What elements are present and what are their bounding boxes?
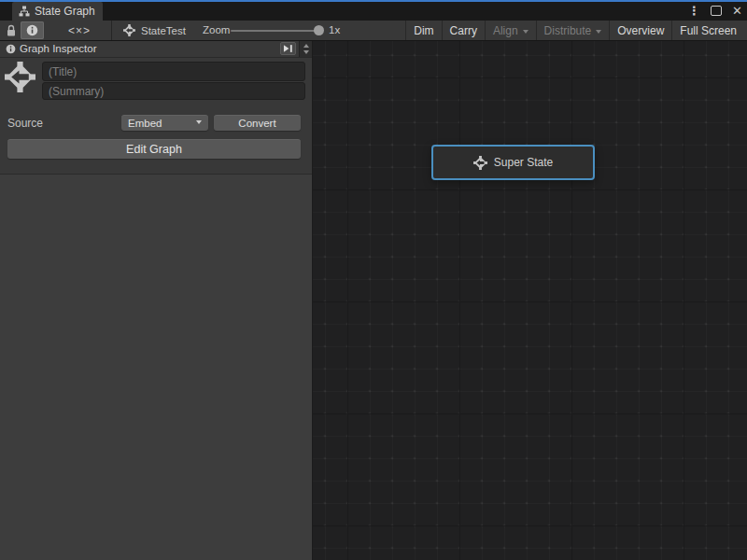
edit-graph-button[interactable]: Edit Graph — [7, 139, 301, 159]
node-label: Super State — [494, 156, 553, 169]
tab-state-graph[interactable]: State Graph — [12, 2, 103, 21]
zoom-label: Zoom — [203, 21, 230, 40]
graph-inspector-toggle-button[interactable] — [21, 21, 44, 39]
info-icon — [26, 24, 38, 36]
dock-right-icon — [283, 44, 293, 53]
titlebar: State Graph ⋮ ✕ — [0, 0, 747, 21]
inspector-empty-area — [0, 175, 312, 560]
graph-toolbar: <×> StateTest Zoom 1x Dim Carry Align — [0, 21, 747, 41]
graph-inspector-header: Graph Inspector — [0, 41, 312, 58]
window-controls: ⋮ ✕ — [688, 3, 742, 19]
toolbar-divider — [111, 21, 112, 40]
graph-canvas[interactable]: Super State — [313, 41, 747, 560]
close-icon[interactable]: ✕ — [732, 3, 742, 19]
state-graph-icon — [123, 24, 135, 36]
window-focus-accent — [0, 0, 747, 2]
panel-scroll-spinner[interactable] — [299, 41, 312, 57]
convert-button[interactable]: Convert — [214, 115, 301, 131]
graph-name: StateTest — [141, 25, 186, 36]
chevron-down-icon — [523, 30, 529, 36]
panel-title: Graph Inspector — [20, 41, 96, 57]
code-preview-button[interactable]: <×> — [54, 21, 105, 40]
overview-button[interactable]: Overview — [609, 21, 671, 40]
graph-inspector-panel: Graph Inspector Source Embed Conve — [0, 41, 313, 560]
dock-panel-button[interactable] — [280, 42, 296, 55]
tab-label: State Graph — [35, 5, 95, 18]
node-super-state[interactable]: Super State — [431, 145, 595, 180]
window-menu-icon[interactable]: ⋮ — [688, 3, 700, 19]
dim-button[interactable]: Dim — [405, 21, 441, 40]
state-graph-icon — [473, 156, 487, 170]
source-dropdown[interactable]: Embed — [121, 115, 208, 131]
source-dropdown-value: Embed — [128, 118, 162, 129]
chevron-down-icon — [196, 120, 202, 127]
zoom-slider-track[interactable] — [231, 30, 319, 32]
summary-input[interactable] — [42, 82, 305, 100]
zoom-slider-handle[interactable] — [314, 25, 324, 35]
toolbar-right-buttons: Dim Carry Align Distribute Overview Full… — [405, 21, 744, 40]
align-button[interactable]: Align — [485, 21, 536, 40]
lock-icon — [6, 24, 17, 37]
graph-hierarchy-icon — [19, 6, 30, 17]
scroll-down-icon[interactable] — [303, 50, 309, 57]
full-screen-button[interactable]: Full Screen — [671, 21, 744, 40]
source-label: Source — [7, 116, 43, 131]
state-graph-icon — [5, 62, 35, 92]
code-icon: <×> — [68, 24, 91, 37]
title-input[interactable] — [42, 62, 305, 81]
distribute-button[interactable]: Distribute — [536, 21, 610, 40]
zoom-value: 1x — [329, 21, 340, 40]
info-icon — [6, 44, 16, 54]
chevron-down-icon — [596, 30, 601, 36]
lock-button[interactable] — [4, 22, 19, 38]
breadcrumb-state-graph[interactable]: StateTest — [123, 21, 186, 40]
carry-button[interactable]: Carry — [442, 21, 485, 40]
maximize-icon[interactable] — [711, 6, 722, 16]
scroll-up-icon[interactable] — [303, 41, 309, 48]
